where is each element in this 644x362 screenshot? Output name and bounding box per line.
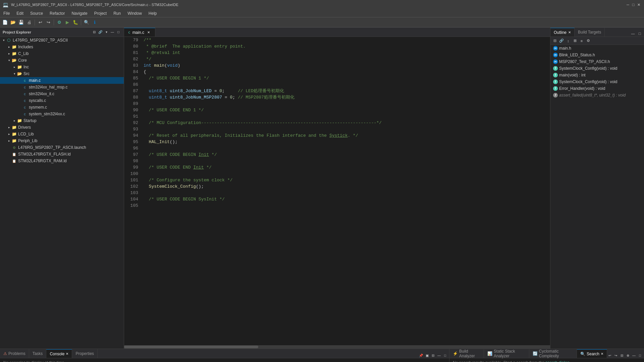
tree-item-sysmem[interactable]: c sysmem.c	[0, 104, 124, 111]
outline-item-blink-led[interactable]: H Blink_LED_Status.h	[550, 52, 644, 58]
code-editor[interactable]: 79 80 81 82 83 84 85 86 87 88 89 90 91 9…	[124, 37, 550, 345]
outline-tab-close-icon[interactable]: ✕	[568, 31, 571, 34]
tab-static-stack[interactable]: 📊 Static Stack Analyzer	[484, 349, 529, 358]
outline-item-sysclock-config[interactable]: f SystemClock_Config(void) : void	[550, 65, 644, 72]
menu-help[interactable]: Help	[145, 9, 160, 17]
tab-tasks[interactable]: Tasks	[29, 349, 47, 358]
tree-item-ram-ld[interactable]: 📋 STM32L476RGTX_RAM.ld	[0, 158, 124, 164]
menu-source[interactable]: Source	[27, 9, 46, 17]
tab-problems[interactable]: ⚠ Problems	[0, 349, 29, 358]
outline-settings-btn[interactable]: ⚙	[585, 38, 591, 44]
menu-navigate[interactable]: Navigate	[68, 9, 91, 17]
link-editor-icon[interactable]: 🔗	[98, 29, 103, 35]
menu-edit[interactable]: Edit	[13, 9, 27, 17]
tree-item-clib[interactable]: ▸ 📁 C_Lib	[0, 50, 124, 57]
search-fwd-btn[interactable]: ↪	[613, 353, 619, 358]
tree-item-core[interactable]: ▾ 📂 Core	[0, 57, 124, 64]
run-button[interactable]: ▶	[64, 19, 71, 26]
tab-main-c-close[interactable]: ✕	[146, 30, 151, 35]
console-content: No consoles to display at this time.	[0, 358, 449, 362]
search-dialog-link[interactable]: search dialog...	[545, 360, 573, 362]
menu-run[interactable]: Run	[110, 9, 124, 17]
maximize-button[interactable]: □	[631, 2, 636, 7]
tree-item-system[interactable]: c system_stm32l4xx.c	[0, 111, 124, 117]
tab-console[interactable]: Console ✕	[46, 349, 72, 358]
tab-static-stack-icon: 📊	[487, 351, 492, 356]
redo-button[interactable]: ↪	[45, 19, 52, 26]
tree-item-flash-ld[interactable]: 📋 STM32L476RGTX_FLASH.ld	[0, 151, 124, 158]
menu-window[interactable]: Window	[124, 9, 145, 17]
new-button[interactable]: 📄	[1, 19, 9, 26]
tree-item-it[interactable]: c stm32l4xx_it.c	[0, 90, 124, 97]
tree-item-root[interactable]: ▾ ⬡ L476RG_MSP2807_TP_ASCII	[0, 37, 124, 44]
outline-item-error-handler[interactable]: f Error_Handler(void) : void	[550, 85, 644, 92]
console-open-console-btn[interactable]: ▣	[424, 353, 430, 358]
outline-item-msp2807[interactable]: H MSP2807_Test_TP_ASCII.h	[550, 58, 644, 65]
minimize-button[interactable]: ─	[625, 2, 631, 7]
tree-item-inc[interactable]: ▸ 📁 Inc	[0, 64, 124, 70]
tab-build-analyzer[interactable]: ⚡ Build Analyzer	[449, 349, 484, 358]
tab-search-close-icon[interactable]: ✕	[601, 352, 603, 356]
collapse-all-icon[interactable]: ⊟	[92, 29, 97, 35]
editor-scrollbar[interactable]	[124, 345, 550, 349]
console-maximize-btn[interactable]: □	[442, 353, 448, 358]
outline-item-sysclock-config-2[interactable]: f SystemClock_Config(void) : void	[550, 78, 644, 85]
tab-build-targets[interactable]: Build Targets	[575, 28, 605, 37]
tab-console-close-icon[interactable]: ✕	[66, 352, 68, 356]
save-button[interactable]: 💾	[17, 19, 25, 26]
outline-collapse-all-btn[interactable]: ⊟	[552, 38, 558, 44]
console-minimize-btn[interactable]: —	[436, 353, 442, 358]
tab-cyclomatic[interactable]: 🔄 Cyclomatic Complexity	[529, 349, 577, 358]
outline-minimize-btn[interactable]: —	[630, 31, 636, 37]
tab-properties[interactable]: Properties	[72, 349, 98, 358]
menu-refactor[interactable]: Refactor	[46, 9, 68, 17]
tree-item-launch[interactable]: ⚙ L476RG_MSP2807_TP_ASCII.launch	[0, 144, 124, 151]
minimize-panel-icon[interactable]: —	[110, 29, 115, 35]
menu-project[interactable]: Project	[91, 9, 110, 17]
tree-item-src[interactable]: ▾ 📂 Src	[0, 70, 124, 77]
code-content[interactable]: /** * @brief The application entry point…	[141, 37, 550, 345]
code-line-83: int main(void)	[144, 62, 550, 69]
filter-icon[interactable]: ▾	[104, 29, 109, 35]
tree-item-main-c[interactable]: c main.c	[0, 77, 124, 84]
search-maximize-btn[interactable]: □	[637, 353, 643, 358]
tab-outline[interactable]: Outline ✕	[550, 28, 575, 37]
console-pin-btn[interactable]: 📌	[418, 353, 424, 358]
tree-arrow-includes: ▸	[7, 45, 11, 49]
tree-item-startup[interactable]: ▸ 📁 Startup	[0, 117, 124, 124]
outline-maximize-btn[interactable]: □	[637, 31, 643, 37]
info-btn[interactable]: ℹ	[91, 19, 98, 26]
search-expand-btn[interactable]: ⊕	[625, 353, 631, 358]
outline-hide-static-fields-btn[interactable]: ≡	[579, 38, 585, 44]
open-button[interactable]: 📂	[9, 19, 17, 26]
outline-sort-btn[interactable]: ↕	[565, 38, 571, 44]
search-btn[interactable]: 🔍	[83, 19, 90, 26]
print-button[interactable]: 🖨	[25, 19, 33, 26]
tree-item-syscalls[interactable]: c syscalls.c	[0, 97, 124, 104]
debug-button[interactable]: 🐛	[72, 19, 79, 26]
outline-hide-fields-btn[interactable]: ⊞	[572, 38, 578, 44]
search-minimize-btn[interactable]: —	[631, 353, 637, 358]
undo-button[interactable]: ↩	[37, 19, 44, 26]
tab-search-results[interactable]: 🔍 Search ✕	[577, 349, 607, 358]
outline-item-assert-failed[interactable]: f assert_failed(uint8_t*, uint32_t) : vo…	[550, 92, 644, 99]
tree-item-lcd-lib[interactable]: ▸ 📁 LCD_Lib	[0, 131, 124, 137]
outline-item-main-void[interactable]: f main(void) : int	[550, 72, 644, 78]
search-back-btn[interactable]: ↩	[607, 353, 612, 358]
outline-link-editor-btn[interactable]: 🔗	[558, 38, 565, 44]
tree-item-hal-msp[interactable]: c stm32l4xx_hal_msp.c	[0, 84, 124, 90]
menu-file[interactable]: File	[0, 9, 13, 17]
file-main-c-icon: c	[22, 78, 28, 83]
code-line-94: /* Reset of all peripherals, Initializes…	[144, 132, 550, 139]
tree-item-includes[interactable]: ▸ 📁 Includes	[0, 44, 124, 50]
console-display-btn[interactable]: ⊟	[430, 353, 436, 358]
outline-item-main-h[interactable]: H main.h	[550, 45, 644, 52]
close-button[interactable]: ✕	[636, 2, 641, 7]
title-text: W_L476RG_MSP2807_TP_ASCII - L476RG_MSP28…	[11, 3, 178, 7]
maximize-panel-icon[interactable]: □	[116, 29, 121, 35]
search-collapse-btn[interactable]: ⊟	[619, 353, 625, 358]
tab-main-c[interactable]: c main.c ✕	[124, 28, 155, 37]
tree-item-periph-lib[interactable]: ▸ 📁 Periph_Lib	[0, 137, 124, 144]
tree-item-drivers[interactable]: ▸ 📁 Drivers	[0, 124, 124, 131]
build-button[interactable]: ⚙	[56, 19, 63, 26]
